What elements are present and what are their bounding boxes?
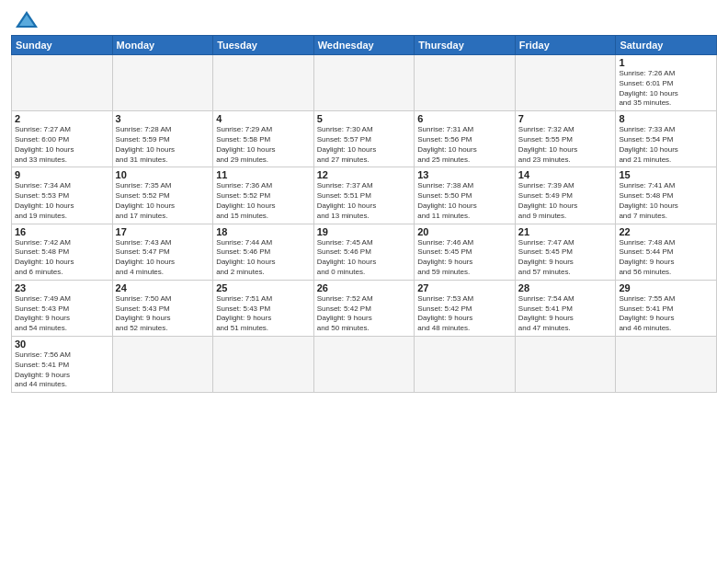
- day-number: 28: [518, 282, 613, 293]
- day-cell: [415, 55, 516, 111]
- day-number: 9: [15, 169, 109, 180]
- day-number: 7: [518, 113, 613, 124]
- day-cell: [515, 55, 616, 111]
- day-number: 18: [216, 226, 311, 237]
- day-cell: 29Sunrise: 7:55 AM Sunset: 5:41 PM Dayli…: [616, 280, 717, 336]
- day-cell: 12Sunrise: 7:37 AM Sunset: 5:51 PM Dayli…: [313, 167, 415, 224]
- day-cell: 7Sunrise: 7:32 AM Sunset: 5:55 PM Daylig…: [515, 111, 616, 167]
- day-info: Sunrise: 7:38 AM Sunset: 5:50 PM Dayligh…: [417, 181, 512, 221]
- day-cell: 13Sunrise: 7:38 AM Sunset: 5:50 PM Dayli…: [415, 167, 516, 224]
- day-number: 2: [15, 113, 109, 124]
- day-info: Sunrise: 7:44 AM Sunset: 5:46 PM Dayligh…: [216, 238, 311, 278]
- day-info: Sunrise: 7:54 AM Sunset: 5:41 PM Dayligh…: [518, 294, 613, 334]
- day-cell: 20Sunrise: 7:46 AM Sunset: 5:45 PM Dayli…: [415, 224, 516, 280]
- week-row-3: 16Sunrise: 7:42 AM Sunset: 5:48 PM Dayli…: [12, 224, 717, 280]
- day-cell: 10Sunrise: 7:35 AM Sunset: 5:52 PM Dayli…: [112, 167, 213, 224]
- day-cell: [415, 336, 516, 392]
- day-number: 15: [619, 169, 713, 180]
- header-cell-tuesday: Tuesday: [213, 36, 314, 55]
- day-cell: 15Sunrise: 7:41 AM Sunset: 5:48 PM Dayli…: [616, 167, 717, 224]
- day-number: 26: [317, 282, 412, 293]
- day-cell: 24Sunrise: 7:50 AM Sunset: 5:43 PM Dayli…: [112, 280, 213, 336]
- header-cell-monday: Monday: [112, 36, 213, 55]
- header-cell-friday: Friday: [515, 36, 616, 55]
- week-row-1: 2Sunrise: 7:27 AM Sunset: 6:00 PM Daylig…: [12, 111, 717, 167]
- day-cell: [112, 55, 213, 111]
- day-number: 22: [619, 226, 713, 237]
- day-info: Sunrise: 7:50 AM Sunset: 5:43 PM Dayligh…: [116, 294, 210, 334]
- day-cell: [12, 55, 113, 111]
- header-cell-wednesday: Wednesday: [313, 36, 415, 55]
- day-cell: [515, 336, 616, 392]
- day-cell: 2Sunrise: 7:27 AM Sunset: 6:00 PM Daylig…: [12, 111, 113, 167]
- day-number: 23: [15, 282, 109, 293]
- calendar: SundayMondayTuesdayWednesdayThursdayFrid…: [11, 35, 717, 393]
- day-cell: [213, 55, 314, 111]
- day-number: 8: [619, 113, 713, 124]
- day-info: Sunrise: 7:41 AM Sunset: 5:48 PM Dayligh…: [619, 181, 713, 221]
- day-info: Sunrise: 7:30 AM Sunset: 5:57 PM Dayligh…: [317, 125, 412, 165]
- day-cell: 26Sunrise: 7:52 AM Sunset: 5:42 PM Dayli…: [313, 280, 415, 336]
- day-info: Sunrise: 7:51 AM Sunset: 5:43 PM Dayligh…: [216, 294, 311, 334]
- day-info: Sunrise: 7:32 AM Sunset: 5:55 PM Dayligh…: [518, 125, 613, 165]
- day-cell: [616, 336, 717, 392]
- day-cell: 27Sunrise: 7:53 AM Sunset: 5:42 PM Dayli…: [415, 280, 516, 336]
- day-cell: 30Sunrise: 7:56 AM Sunset: 5:41 PM Dayli…: [12, 336, 113, 392]
- day-info: Sunrise: 7:33 AM Sunset: 5:54 PM Dayligh…: [619, 125, 713, 165]
- day-cell: 17Sunrise: 7:43 AM Sunset: 5:47 PM Dayli…: [112, 224, 213, 280]
- day-cell: 6Sunrise: 7:31 AM Sunset: 5:56 PM Daylig…: [415, 111, 516, 167]
- day-cell: 14Sunrise: 7:39 AM Sunset: 5:49 PM Dayli…: [515, 167, 616, 224]
- header-cell-sunday: Sunday: [12, 36, 113, 55]
- day-info: Sunrise: 7:48 AM Sunset: 5:44 PM Dayligh…: [619, 238, 713, 278]
- day-info: Sunrise: 7:28 AM Sunset: 5:59 PM Dayligh…: [116, 125, 210, 165]
- day-cell: 23Sunrise: 7:49 AM Sunset: 5:43 PM Dayli…: [12, 280, 113, 336]
- day-number: 11: [216, 169, 311, 180]
- day-info: Sunrise: 7:29 AM Sunset: 5:58 PM Dayligh…: [216, 125, 311, 165]
- day-info: Sunrise: 7:55 AM Sunset: 5:41 PM Dayligh…: [619, 294, 713, 334]
- day-cell: 9Sunrise: 7:34 AM Sunset: 5:53 PM Daylig…: [12, 167, 113, 224]
- day-cell: 28Sunrise: 7:54 AM Sunset: 5:41 PM Dayli…: [515, 280, 616, 336]
- day-cell: [313, 336, 415, 392]
- day-number: 17: [116, 226, 210, 237]
- day-info: Sunrise: 7:36 AM Sunset: 5:52 PM Dayligh…: [216, 181, 311, 221]
- day-number: 5: [317, 113, 412, 124]
- day-number: 19: [317, 226, 412, 237]
- day-number: 1: [619, 57, 713, 68]
- day-number: 29: [619, 282, 713, 293]
- week-row-0: 1Sunrise: 7:26 AM Sunset: 6:01 PM Daylig…: [12, 55, 717, 111]
- day-info: Sunrise: 7:35 AM Sunset: 5:52 PM Dayligh…: [116, 181, 210, 221]
- day-info: Sunrise: 7:42 AM Sunset: 5:48 PM Dayligh…: [15, 238, 109, 278]
- day-number: 25: [216, 282, 311, 293]
- day-cell: 18Sunrise: 7:44 AM Sunset: 5:46 PM Dayli…: [213, 224, 314, 280]
- week-row-4: 23Sunrise: 7:49 AM Sunset: 5:43 PM Dayli…: [12, 280, 717, 336]
- day-cell: 1Sunrise: 7:26 AM Sunset: 6:01 PM Daylig…: [616, 55, 717, 111]
- day-info: Sunrise: 7:52 AM Sunset: 5:42 PM Dayligh…: [317, 294, 412, 334]
- day-number: 14: [518, 169, 613, 180]
- day-info: Sunrise: 7:37 AM Sunset: 5:51 PM Dayligh…: [317, 181, 412, 221]
- day-number: 24: [116, 282, 210, 293]
- day-info: Sunrise: 7:53 AM Sunset: 5:42 PM Dayligh…: [417, 294, 512, 334]
- day-info: Sunrise: 7:34 AM Sunset: 5:53 PM Dayligh…: [15, 181, 109, 221]
- day-cell: [213, 336, 314, 392]
- day-number: 6: [417, 113, 512, 124]
- day-number: 21: [518, 226, 613, 237]
- day-cell: 19Sunrise: 7:45 AM Sunset: 5:46 PM Dayli…: [313, 224, 415, 280]
- day-cell: 8Sunrise: 7:33 AM Sunset: 5:54 PM Daylig…: [616, 111, 717, 167]
- day-cell: 16Sunrise: 7:42 AM Sunset: 5:48 PM Dayli…: [12, 224, 113, 280]
- day-info: Sunrise: 7:47 AM Sunset: 5:45 PM Dayligh…: [518, 238, 613, 278]
- day-info: Sunrise: 7:43 AM Sunset: 5:47 PM Dayligh…: [116, 238, 210, 278]
- day-number: 12: [317, 169, 412, 180]
- day-cell: 25Sunrise: 7:51 AM Sunset: 5:43 PM Dayli…: [213, 280, 314, 336]
- day-cell: 22Sunrise: 7:48 AM Sunset: 5:44 PM Dayli…: [616, 224, 717, 280]
- logo-icon: [14, 9, 40, 29]
- day-number: 3: [116, 113, 210, 124]
- day-number: 13: [417, 169, 512, 180]
- day-info: Sunrise: 7:27 AM Sunset: 6:00 PM Dayligh…: [15, 125, 109, 165]
- day-info: Sunrise: 7:26 AM Sunset: 6:01 PM Dayligh…: [619, 69, 713, 109]
- header-cell-saturday: Saturday: [616, 36, 717, 55]
- day-cell: 4Sunrise: 7:29 AM Sunset: 5:58 PM Daylig…: [213, 111, 314, 167]
- day-cell: 5Sunrise: 7:30 AM Sunset: 5:57 PM Daylig…: [313, 111, 415, 167]
- day-cell: [112, 336, 213, 392]
- week-row-2: 9Sunrise: 7:34 AM Sunset: 5:53 PM Daylig…: [12, 167, 717, 224]
- day-number: 27: [417, 282, 512, 293]
